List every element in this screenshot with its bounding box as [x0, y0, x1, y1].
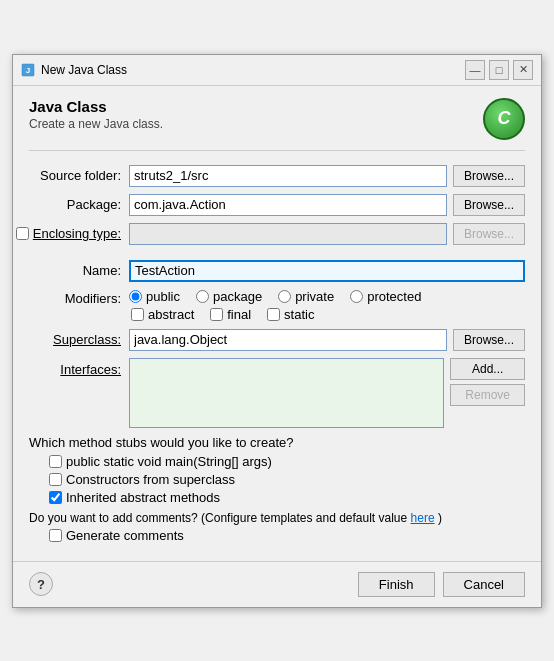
header-section: Java Class Create a new Java class. C [29, 98, 525, 151]
source-folder-browse-button[interactable]: Browse... [453, 165, 525, 187]
modifier-private-label: private [295, 289, 334, 304]
package-label: Package: [29, 197, 129, 212]
modifier-private-radio[interactable] [278, 290, 291, 303]
modifier-abstract-checkbox[interactable] [131, 308, 144, 321]
stub-constructors-label: Constructors from superclass [66, 472, 235, 487]
superclass-browse-button[interactable]: Browse... [453, 329, 525, 351]
help-button[interactable]: ? [29, 572, 53, 596]
modifiers-row: Modifiers: public package private [29, 289, 525, 322]
stub-main-checkbox[interactable] [49, 455, 62, 468]
stub-constructors-option[interactable]: Constructors from superclass [49, 472, 525, 487]
superclass-input[interactable] [129, 329, 447, 351]
modifier-public-option[interactable]: public [129, 289, 180, 304]
enclosing-type-input[interactable] [129, 223, 447, 245]
stub-inherited-checkbox[interactable] [49, 491, 62, 504]
name-label: Name: [29, 263, 129, 278]
interfaces-buttons: Add... Remove [450, 358, 525, 406]
source-folder-row: Source folder: Browse... [29, 165, 525, 187]
modifier-final-checkbox[interactable] [210, 308, 223, 321]
cancel-button[interactable]: Cancel [443, 572, 525, 597]
svg-text:J: J [26, 66, 30, 75]
superclass-row: Superclass: Browse... [29, 329, 525, 351]
modifier-static-checkbox[interactable] [267, 308, 280, 321]
modifiers-section: public package private protected [129, 289, 421, 322]
modifier-static-label: static [284, 307, 314, 322]
modifiers-radio-group: public package private protected [129, 289, 421, 304]
package-input[interactable] [129, 194, 447, 216]
modifier-protected-radio[interactable] [350, 290, 363, 303]
modifiers-label: Modifiers: [29, 289, 129, 306]
interfaces-listbox[interactable] [129, 358, 444, 428]
stubs-question: Which method stubs would you like to cre… [29, 435, 525, 450]
interfaces-row: Interfaces: Add... Remove [29, 358, 525, 428]
new-java-class-dialog: J New Java Class — □ ✕ Java Class Create… [12, 54, 542, 608]
modifier-final-option[interactable]: final [210, 307, 251, 322]
modifier-protected-label: protected [367, 289, 421, 304]
modifier-private-option[interactable]: private [278, 289, 334, 304]
finish-button[interactable]: Finish [358, 572, 435, 597]
source-folder-label: Source folder: [29, 168, 129, 183]
modifier-public-label: public [146, 289, 180, 304]
enclosing-type-browse-button: Browse... [453, 223, 525, 245]
name-row: Name: [29, 260, 525, 282]
modifier-abstract-label: abstract [148, 307, 194, 322]
generate-comments-checkbox[interactable] [49, 529, 62, 542]
superclass-label: Superclass: [29, 332, 129, 347]
comments-checkbox-row: Generate comments [49, 528, 525, 543]
modifier-package-label: package [213, 289, 262, 304]
dialog-content: Java Class Create a new Java class. C So… [13, 86, 541, 561]
titlebar: J New Java Class — □ ✕ [13, 55, 541, 86]
dialog-title: Java Class [29, 98, 163, 115]
generate-comments-label: Generate comments [66, 528, 184, 543]
modifier-protected-option[interactable]: protected [350, 289, 421, 304]
stub-inherited-label: Inherited abstract methods [66, 490, 220, 505]
minimize-button[interactable]: — [465, 60, 485, 80]
footer-buttons: Finish Cancel [358, 572, 525, 597]
window-title: New Java Class [41, 63, 127, 77]
stub-main-label: public static void main(String[] args) [66, 454, 272, 469]
dialog-icon: J [21, 63, 35, 77]
modifiers-checkboxes: abstract final static [131, 307, 421, 322]
titlebar-left: J New Java Class [21, 63, 127, 77]
comments-section: Do you want to add comments? (Configure … [29, 511, 525, 543]
modifier-final-label: final [227, 307, 251, 322]
package-row: Package: Browse... [29, 194, 525, 216]
comments-config-link[interactable]: here [411, 511, 435, 525]
header-text: Java Class Create a new Java class. [29, 98, 163, 131]
name-input[interactable] [129, 260, 525, 282]
enclosing-type-label: Enclosing type: [29, 226, 121, 241]
modifier-public-radio[interactable] [129, 290, 142, 303]
stub-main-option[interactable]: public static void main(String[] args) [49, 454, 525, 469]
modifier-static-option[interactable]: static [267, 307, 314, 322]
stubs-section: Which method stubs would you like to cre… [29, 435, 525, 505]
maximize-button[interactable]: □ [489, 60, 509, 80]
enclosing-type-row: Enclosing type: Browse... [29, 223, 525, 245]
java-logo-icon: C [483, 98, 525, 140]
close-button[interactable]: ✕ [513, 60, 533, 80]
stub-inherited-option[interactable]: Inherited abstract methods [49, 490, 525, 505]
package-browse-button[interactable]: Browse... [453, 194, 525, 216]
stub-constructors-checkbox[interactable] [49, 473, 62, 486]
source-folder-input[interactable] [129, 165, 447, 187]
comments-question: Do you want to add comments? (Configure … [29, 511, 525, 525]
modifier-package-radio[interactable] [196, 290, 209, 303]
interfaces-add-button[interactable]: Add... [450, 358, 525, 380]
stubs-checkboxes: public static void main(String[] args) C… [49, 454, 525, 505]
modifier-abstract-option[interactable]: abstract [131, 307, 194, 322]
interfaces-label: Interfaces: [29, 358, 129, 377]
titlebar-controls: — □ ✕ [465, 60, 533, 80]
modifier-package-option[interactable]: package [196, 289, 262, 304]
interfaces-remove-button[interactable]: Remove [450, 384, 525, 406]
dialog-footer: ? Finish Cancel [13, 561, 541, 607]
dialog-subtitle: Create a new Java class. [29, 117, 163, 131]
enclosing-type-checkbox[interactable] [16, 227, 29, 240]
